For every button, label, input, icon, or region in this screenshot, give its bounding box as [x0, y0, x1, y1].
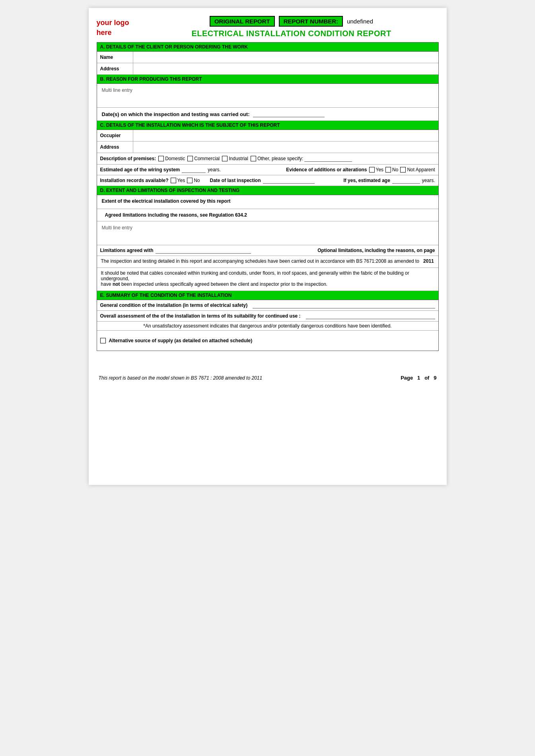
footer: This report is based on the model shown …: [97, 375, 439, 381]
overall-assessment-row: Overall assessment of the of the install…: [97, 311, 438, 322]
extent-row: Extent of the electrical installation co…: [97, 195, 438, 209]
note2-bold: not: [113, 281, 120, 287]
d-placeholder: Multi line entry: [102, 225, 132, 231]
limitations-agreed-input[interactable]: [156, 247, 251, 254]
estimated-age-input[interactable]: [392, 177, 420, 184]
general-condition-input[interactable]: [253, 302, 435, 308]
industrial-checkbox[interactable]: [222, 156, 228, 161]
reason-placeholder: Multi line entry: [102, 87, 132, 93]
extent-label: Extent of the electrical installation co…: [102, 198, 231, 204]
evidence-not-apparent-checkbox[interactable]: [400, 167, 406, 173]
section-d-header: D. EXTENT AND LIMITATIONS OF INSPECTION …: [97, 186, 438, 195]
estimated-age-label: If yes, estimated age: [343, 178, 390, 183]
years2-label: years.: [422, 178, 435, 183]
occupier-value[interactable]: [133, 130, 438, 141]
section-b-header: B. REASON FOR PRODUCING THIS REPORT: [97, 75, 438, 84]
form-container: A. DETAILS OF THE CLIENT OR PERSON ORDER…: [97, 42, 439, 351]
evidence-not-apparent-label: Not Apparent: [407, 167, 435, 173]
agreed-limitations-label: Agreed limitations including the reasons…: [105, 212, 247, 218]
domestic-checkbox-item[interactable]: Domestic: [158, 156, 185, 161]
page-number-area: Page 1 of 9: [401, 375, 436, 381]
dates-row: Date(s) on which the inspection and test…: [97, 108, 438, 121]
address-value-c[interactable]: [133, 142, 438, 153]
note2-part1: It should be noted that cables concealed…: [101, 270, 409, 281]
optional-limitations-label: Optional limitations, including the reas…: [317, 248, 435, 253]
premises-row: Description of premises: Domestic Commer…: [97, 153, 438, 165]
occupier-row: Occupier: [97, 130, 438, 142]
reason-multiline[interactable]: Multi line entry: [97, 84, 438, 108]
domestic-checkbox[interactable]: [158, 156, 164, 161]
evidence-no-item[interactable]: No: [385, 167, 398, 173]
note2-part3: been inspected unless specifically agree…: [121, 281, 327, 287]
note2-row: It should be noted that cables concealed…: [97, 268, 438, 291]
alt-source-checkbox[interactable]: [100, 338, 106, 343]
records-yes-checkbox[interactable]: [171, 178, 176, 183]
occupier-label: Occupier: [97, 130, 133, 141]
header-right: ORIGINAL REPORT REPORT NUMBER: undefined…: [144, 16, 439, 38]
address-label-a: Address: [97, 63, 133, 74]
dates-label: Date(s) on which the inspection and test…: [102, 111, 250, 117]
section-c-header: C. DETAILS OF THE INSTALLATION WHICH IS …: [97, 121, 438, 130]
note1-year: 2011: [423, 258, 434, 264]
evidence-yes-item[interactable]: Yes: [369, 167, 384, 173]
commercial-checkbox[interactable]: [187, 156, 193, 161]
alt-source-row: Alternative source of supply (as detaile…: [97, 331, 438, 351]
evidence-yes-checkbox[interactable]: [369, 167, 375, 173]
commercial-checkbox-item[interactable]: Commercial: [187, 156, 220, 161]
name-value[interactable]: [133, 52, 438, 63]
records-no-item[interactable]: No: [187, 178, 200, 183]
alt-source-label: Alternative source of supply (as detaile…: [109, 338, 253, 343]
address-row-a: Address: [97, 63, 438, 75]
report-number-badge: REPORT NUMBER:: [279, 16, 343, 27]
wiring-age-input[interactable]: [182, 167, 206, 173]
original-report-badge: ORIGINAL REPORT: [210, 16, 275, 27]
evidence-no-checkbox[interactable]: [385, 167, 391, 173]
other-checkbox[interactable]: [251, 156, 256, 161]
address-label-c: Address: [97, 142, 133, 153]
address-value-a[interactable]: [133, 63, 438, 74]
note2-part2: have: [101, 281, 111, 287]
note1-row: The inspection and testing detailed in t…: [97, 256, 438, 268]
other-input[interactable]: [304, 155, 352, 162]
years-label: years.: [208, 167, 221, 173]
records-no-checkbox[interactable]: [187, 178, 193, 183]
report-basis-text: This report is based on the model shown …: [99, 375, 263, 381]
logo: your logo here: [97, 16, 144, 38]
commercial-label: Commercial: [194, 156, 220, 161]
last-inspection-input[interactable]: [263, 177, 315, 184]
wiring-evidence-row: Estimated age of the wiring system years…: [97, 165, 438, 175]
industrial-label: Industrial: [229, 156, 248, 161]
d-multiline[interactable]: Multi line entry: [97, 221, 438, 245]
limitations-agreed-label: Limitations agreed with: [100, 248, 154, 253]
note1-text: The inspection and testing detailed in t…: [101, 258, 420, 264]
limitations-row: Limitations agreed with Optional limitat…: [97, 245, 438, 256]
unsatisfactory-note: *An unsatisfactory assessment indicates …: [97, 322, 438, 331]
other-label: Other, please specify:: [257, 156, 303, 161]
domestic-label: Domestic: [165, 156, 185, 161]
section-e-header: E. SUMMARY OF THE CONDITION OF THE INSTA…: [97, 291, 438, 300]
of-label: of: [424, 375, 429, 381]
evidence-no-label: No: [392, 167, 398, 173]
page-label: Page: [401, 375, 413, 381]
address-row-c: Address: [97, 142, 438, 153]
evidence-label: Evidence of additions or alterations: [286, 167, 367, 173]
wiring-age-label: Estimated age of the wiring system: [100, 167, 180, 173]
header-top-row: ORIGINAL REPORT REPORT NUMBER: undefined: [210, 16, 373, 27]
other-checkbox-item[interactable]: Other, please specify:: [251, 155, 352, 162]
last-inspection-label: Date of last inspection: [210, 178, 261, 183]
page-number: 1: [417, 375, 420, 381]
evidence-not-apparent-item[interactable]: Not Apparent: [400, 167, 435, 173]
records-yes-item[interactable]: Yes: [171, 178, 185, 183]
overall-assessment-input[interactable]: [306, 313, 435, 319]
name-label: Name: [97, 52, 133, 63]
installation-records-row: Installation records available? Yes No D…: [97, 175, 438, 186]
header: your logo here ORIGINAL REPORT REPORT NU…: [97, 16, 439, 38]
agreed-limitations-label-row: Agreed limitations including the reasons…: [97, 209, 438, 221]
dates-input[interactable]: [253, 111, 325, 117]
main-title: ELECTRICAL INSTALLATION CONDITION REPORT: [191, 29, 391, 38]
evidence-yes-label: Yes: [376, 167, 384, 173]
section-a-header: A. DETAILS OF THE CLIENT OR PERSON ORDER…: [97, 43, 438, 52]
industrial-checkbox-item[interactable]: Industrial: [222, 156, 248, 161]
records-no-label: No: [194, 178, 200, 183]
general-condition-label: General condition of the installation (i…: [100, 302, 248, 308]
